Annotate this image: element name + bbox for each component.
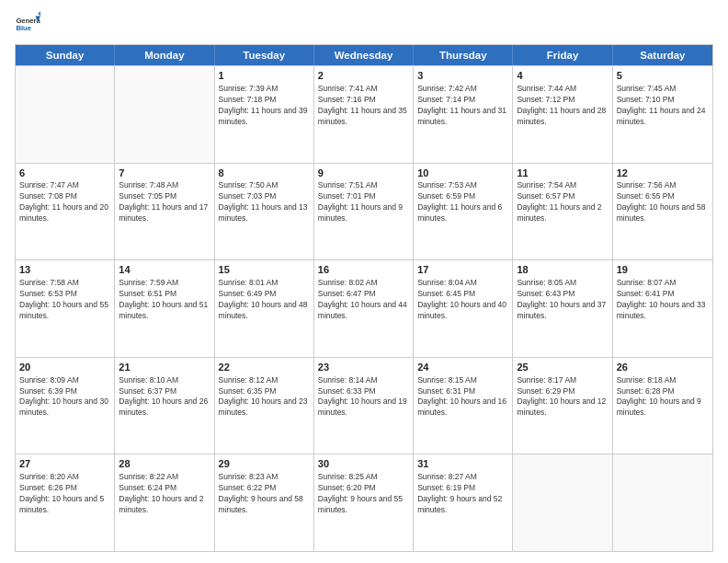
day-number: 13	[19, 263, 110, 277]
day-cell-21: 21Sunrise: 8:10 AMSunset: 6:37 PMDayligh…	[115, 358, 214, 454]
day-number: 25	[517, 361, 608, 374]
day-cell-6: 6Sunrise: 7:47 AMSunset: 7:08 PMDaylight…	[16, 164, 115, 260]
day-cell-19: 19Sunrise: 8:07 AMSunset: 6:41 PMDayligh…	[613, 260, 712, 357]
day-cell-18: 18Sunrise: 8:05 AMSunset: 6:43 PMDayligh…	[513, 260, 612, 357]
day-cell-9: 9Sunrise: 7:51 AMSunset: 7:01 PMDaylight…	[314, 164, 414, 260]
day-info: Sunrise: 7:51 AMSunset: 7:01 PMDaylight:…	[318, 180, 409, 224]
day-info: Sunrise: 8:02 AMSunset: 6:47 PMDaylight:…	[318, 278, 409, 322]
generalblue-logo-icon: General Blue	[15, 11, 40, 37]
day-cell-2: 2Sunrise: 7:41 AMSunset: 7:16 PMDaylight…	[314, 66, 414, 163]
weekday-header-sunday: Sunday	[16, 45, 115, 65]
empty-cell	[16, 66, 115, 163]
day-cell-29: 29Sunrise: 8:23 AMSunset: 6:22 PMDayligh…	[215, 454, 314, 551]
day-info: Sunrise: 8:18 AMSunset: 6:28 PMDaylight:…	[617, 375, 709, 419]
day-info: Sunrise: 7:45 AMSunset: 7:10 PMDaylight:…	[617, 84, 709, 128]
day-cell-30: 30Sunrise: 8:25 AMSunset: 6:20 PMDayligh…	[314, 454, 414, 551]
day-number: 10	[417, 167, 508, 180]
day-number: 3	[417, 69, 508, 83]
empty-cell	[115, 66, 214, 163]
weekday-header-monday: Monday	[115, 45, 214, 65]
day-cell-1: 1Sunrise: 7:39 AMSunset: 7:18 PMDaylight…	[215, 66, 314, 163]
day-info: Sunrise: 7:47 AMSunset: 7:08 PMDaylight:…	[19, 180, 110, 224]
day-number: 15	[219, 263, 310, 277]
header: General Blue	[15, 11, 713, 37]
day-number: 29	[219, 457, 310, 471]
day-number: 5	[617, 69, 709, 83]
day-cell-23: 23Sunrise: 8:14 AMSunset: 6:33 PMDayligh…	[314, 358, 414, 454]
day-cell-17: 17Sunrise: 8:04 AMSunset: 6:45 PMDayligh…	[414, 260, 513, 357]
day-number: 19	[617, 263, 709, 277]
day-cell-4: 4Sunrise: 7:44 AMSunset: 7:12 PMDaylight…	[513, 66, 612, 163]
day-number: 2	[318, 69, 409, 83]
day-info: Sunrise: 7:54 AMSunset: 6:57 PMDaylight:…	[517, 180, 608, 224]
day-cell-26: 26Sunrise: 8:18 AMSunset: 6:28 PMDayligh…	[613, 358, 712, 454]
calendar-week-5: 27Sunrise: 8:20 AMSunset: 6:26 PMDayligh…	[16, 454, 712, 551]
day-info: Sunrise: 7:53 AMSunset: 6:59 PMDaylight:…	[417, 180, 508, 224]
day-number: 17	[417, 263, 508, 277]
day-cell-15: 15Sunrise: 8:01 AMSunset: 6:49 PMDayligh…	[215, 260, 314, 357]
day-info: Sunrise: 8:27 AMSunset: 6:19 PMDaylight:…	[417, 472, 508, 516]
day-number: 28	[119, 457, 210, 471]
day-number: 24	[417, 361, 508, 374]
day-cell-3: 3Sunrise: 7:42 AMSunset: 7:14 PMDaylight…	[414, 66, 513, 163]
page: General Blue SundayMondayTuesdayWednesda…	[0, 0, 728, 563]
calendar-week-4: 20Sunrise: 8:09 AMSunset: 6:39 PMDayligh…	[16, 357, 712, 454]
weekday-header-wednesday: Wednesday	[314, 45, 414, 65]
weekday-header-thursday: Thursday	[414, 45, 513, 65]
calendar-header-row: SundayMondayTuesdayWednesdayThursdayFrid…	[16, 45, 712, 65]
day-info: Sunrise: 7:59 AMSunset: 6:51 PMDaylight:…	[119, 278, 210, 322]
day-number: 6	[19, 167, 110, 180]
day-info: Sunrise: 8:12 AMSunset: 6:35 PMDaylight:…	[219, 375, 310, 419]
day-cell-31: 31Sunrise: 8:27 AMSunset: 6:19 PMDayligh…	[414, 454, 513, 551]
day-number: 31	[417, 457, 508, 471]
day-cell-27: 27Sunrise: 8:20 AMSunset: 6:26 PMDayligh…	[16, 454, 115, 551]
day-cell-13: 13Sunrise: 7:58 AMSunset: 6:53 PMDayligh…	[16, 260, 115, 357]
day-info: Sunrise: 8:17 AMSunset: 6:29 PMDaylight:…	[517, 375, 608, 419]
day-cell-24: 24Sunrise: 8:15 AMSunset: 6:31 PMDayligh…	[414, 358, 513, 454]
day-cell-25: 25Sunrise: 8:17 AMSunset: 6:29 PMDayligh…	[513, 358, 612, 454]
day-number: 18	[517, 263, 608, 277]
day-number: 4	[517, 69, 608, 83]
day-cell-10: 10Sunrise: 7:53 AMSunset: 6:59 PMDayligh…	[414, 164, 513, 260]
day-number: 7	[119, 167, 210, 180]
day-info: Sunrise: 7:39 AMSunset: 7:18 PMDaylight:…	[219, 84, 310, 128]
empty-cell	[613, 454, 712, 551]
day-info: Sunrise: 8:22 AMSunset: 6:24 PMDaylight:…	[119, 472, 210, 516]
day-info: Sunrise: 8:04 AMSunset: 6:45 PMDaylight:…	[417, 278, 508, 322]
calendar-week-3: 13Sunrise: 7:58 AMSunset: 6:53 PMDayligh…	[16, 259, 712, 357]
day-cell-12: 12Sunrise: 7:56 AMSunset: 6:55 PMDayligh…	[613, 164, 712, 260]
calendar: SundayMondayTuesdayWednesdayThursdayFrid…	[15, 44, 713, 552]
day-info: Sunrise: 8:20 AMSunset: 6:26 PMDaylight:…	[19, 472, 110, 516]
day-cell-5: 5Sunrise: 7:45 AMSunset: 7:10 PMDaylight…	[613, 66, 712, 163]
calendar-week-2: 6Sunrise: 7:47 AMSunset: 7:08 PMDaylight…	[16, 163, 712, 260]
day-number: 27	[19, 457, 110, 471]
day-number: 21	[119, 361, 210, 374]
day-number: 9	[318, 167, 409, 180]
day-number: 23	[318, 361, 409, 374]
day-cell-20: 20Sunrise: 8:09 AMSunset: 6:39 PMDayligh…	[16, 358, 115, 454]
weekday-header-saturday: Saturday	[613, 45, 712, 65]
day-info: Sunrise: 8:14 AMSunset: 6:33 PMDaylight:…	[318, 375, 409, 419]
day-number: 12	[617, 167, 709, 180]
day-cell-7: 7Sunrise: 7:48 AMSunset: 7:05 PMDaylight…	[115, 164, 214, 260]
empty-cell	[513, 454, 612, 551]
day-number: 26	[617, 361, 709, 374]
day-cell-14: 14Sunrise: 7:59 AMSunset: 6:51 PMDayligh…	[115, 260, 214, 357]
calendar-body: 1Sunrise: 7:39 AMSunset: 7:18 PMDaylight…	[16, 65, 712, 551]
day-info: Sunrise: 8:10 AMSunset: 6:37 PMDaylight:…	[119, 375, 210, 419]
day-info: Sunrise: 7:50 AMSunset: 7:03 PMDaylight:…	[219, 180, 310, 224]
weekday-header-friday: Friday	[513, 45, 612, 65]
day-info: Sunrise: 7:42 AMSunset: 7:14 PMDaylight:…	[417, 84, 508, 128]
day-cell-11: 11Sunrise: 7:54 AMSunset: 6:57 PMDayligh…	[513, 164, 612, 260]
day-info: Sunrise: 8:23 AMSunset: 6:22 PMDaylight:…	[219, 472, 310, 516]
svg-text:Blue: Blue	[16, 24, 31, 32]
calendar-week-1: 1Sunrise: 7:39 AMSunset: 7:18 PMDaylight…	[16, 65, 712, 163]
day-info: Sunrise: 8:15 AMSunset: 6:31 PMDaylight:…	[417, 375, 508, 419]
day-number: 16	[318, 263, 409, 277]
logo: General Blue	[15, 11, 44, 37]
day-info: Sunrise: 8:05 AMSunset: 6:43 PMDaylight:…	[517, 278, 608, 322]
day-number: 8	[219, 167, 310, 180]
day-info: Sunrise: 7:44 AMSunset: 7:12 PMDaylight:…	[517, 84, 608, 128]
day-info: Sunrise: 8:01 AMSunset: 6:49 PMDaylight:…	[219, 278, 310, 322]
day-cell-22: 22Sunrise: 8:12 AMSunset: 6:35 PMDayligh…	[215, 358, 314, 454]
